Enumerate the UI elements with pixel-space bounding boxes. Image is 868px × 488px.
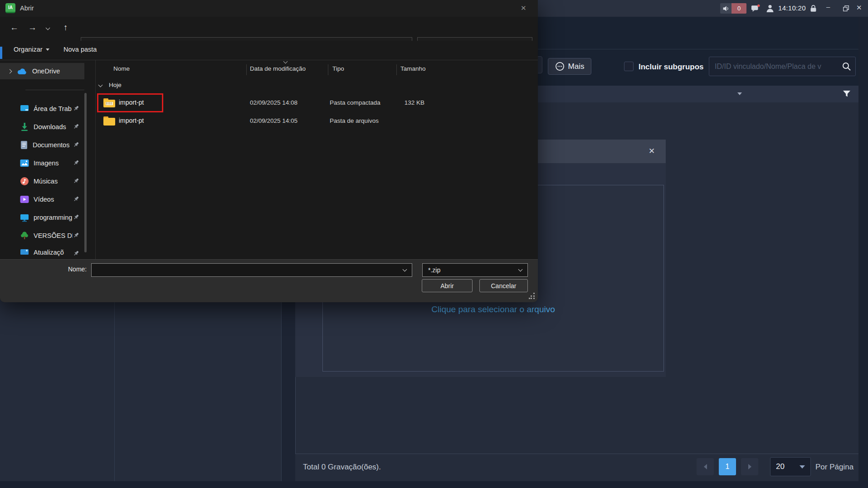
file-name: import-pt (119, 117, 144, 124)
file-row-folder[interactable]: import-pt 02/09/2025 14:05 Pasta de arqu… (95, 112, 531, 130)
sidebar-scrollbar[interactable] (84, 93, 87, 252)
sidebar-item-onedrive[interactable]: OneDrive (0, 63, 84, 79)
dialog-titlebar: IA Abrir ✕ (0, 0, 538, 17)
per-page-label: Por Página (815, 463, 853, 472)
new-folder-button[interactable]: Nova pasta (63, 46, 97, 53)
organize-caret-icon (46, 48, 49, 51)
folder-icon (103, 116, 115, 126)
file-modified: 02/09/2025 14:08 (250, 99, 297, 106)
pictures-icon (20, 159, 29, 167)
resize-grip[interactable] (529, 293, 535, 299)
sidebar-item-music[interactable]: Músicas (0, 173, 84, 189)
total-records-text: Total 0 Gravação(ões). (303, 463, 381, 472)
include-subgroups-checkbox[interactable] (624, 62, 634, 71)
sidebar-item-videos[interactable]: Vídeos (0, 191, 84, 208)
select-file-link[interactable]: Clique para selecionar o arquivo (322, 304, 664, 314)
sidebar-item-documents[interactable]: Documentos (0, 137, 84, 153)
next-page-button[interactable] (741, 458, 758, 475)
pin-icon (73, 123, 80, 130)
file-type: Pasta compactada (330, 99, 380, 106)
monitor-icon (20, 213, 29, 222)
combo-caret-icon[interactable] (403, 267, 407, 272)
sidebar-item-versoes[interactable]: VERSÕES DEI (0, 227, 84, 244)
open-file-dialog: IA Abrir ✕ ← → ↑ › Downloads › teste › M… (0, 0, 538, 302)
screen: 0 14:10:20 – ✕ Mais Incluir subgrupos Ce… (0, 0, 868, 488)
prev-page-button[interactable] (697, 458, 714, 475)
certificado-dropdown-caret[interactable] (737, 92, 742, 95)
column-modified[interactable]: Data de modificação (250, 65, 306, 72)
filter-icon[interactable] (842, 89, 852, 99)
file-type: Pasta de arquivos (330, 117, 379, 124)
download-icon (20, 122, 29, 131)
current-page-button[interactable]: 1 (719, 458, 736, 475)
clock: 14:10:20 (778, 4, 806, 12)
up-icon[interactable]: ↑ (63, 23, 68, 33)
column-type[interactable]: Tipo (332, 65, 344, 72)
group-collapse-icon[interactable] (98, 83, 103, 87)
sidebar-item-desktop[interactable]: Área de Trab (0, 101, 84, 117)
select-caret-icon (800, 465, 805, 469)
file-modified: 02/09/2025 14:05 (250, 117, 297, 124)
ellipsis-circle-icon (555, 62, 565, 71)
modal-close-icon[interactable]: ✕ (649, 146, 655, 156)
include-subgroups-label: Incluir subgrupos (639, 63, 704, 72)
organize-menu[interactable]: Organizar (14, 46, 49, 53)
filename-input[interactable] (93, 265, 395, 276)
dialog-toolbar: Organizar Nova pasta (0, 41, 538, 60)
filename-combo (91, 263, 412, 277)
more-button-label: Mais (568, 62, 585, 71)
close-button[interactable]: ✕ (856, 4, 862, 12)
notifications-icon[interactable] (751, 4, 760, 13)
minimize-button[interactable]: – (826, 3, 830, 10)
sidebar-item-atualizacoes[interactable]: Atualizaçõ (0, 246, 84, 259)
app-search-input[interactable] (709, 63, 842, 71)
sidebar-item-downloads[interactable]: Downloads (0, 119, 84, 135)
page-size-select[interactable]: 20 (770, 457, 811, 476)
select-caret-icon (518, 267, 523, 272)
monitor-icon (20, 248, 29, 257)
open-button[interactable]: Abrir (422, 279, 473, 292)
column-size[interactable]: Tamanho (400, 65, 426, 72)
dialog-close-icon[interactable]: ✕ (521, 4, 527, 12)
filename-label: Nome: (68, 266, 87, 273)
user-icon[interactable] (766, 4, 774, 13)
pin-icon (73, 177, 80, 184)
volume-badge: 0 (731, 3, 746, 14)
page-size-value: 20 (776, 462, 785, 471)
accent-strip (0, 47, 2, 59)
restore-button[interactable] (843, 5, 849, 12)
dialog-nav-bar: ← → ↑ › Downloads › teste › Modelo de im… (0, 17, 538, 41)
speaker-icon (722, 5, 730, 12)
recent-locations-icon[interactable] (46, 26, 50, 30)
cancel-button[interactable]: Cancelar (479, 279, 528, 292)
pin-icon (73, 159, 80, 166)
app-logo-icon: IA (5, 3, 15, 13)
next-arrow-icon (748, 464, 751, 469)
pin-icon (73, 105, 80, 112)
sidebar-item-pictures[interactable]: Imagens (0, 155, 84, 171)
document-icon (20, 140, 28, 150)
onedrive-cloud-icon (17, 68, 27, 75)
group-label[interactable]: Hoje (109, 82, 122, 88)
music-icon (20, 177, 29, 186)
lock-icon (809, 4, 817, 13)
tree-icon (20, 231, 29, 240)
prev-arrow-icon (704, 464, 707, 469)
column-name[interactable]: Nome (113, 65, 130, 72)
filetype-value: *.zip (428, 266, 440, 274)
filetype-select[interactable]: *.zip (422, 263, 528, 277)
more-button[interactable]: Mais (548, 58, 591, 75)
dialog-title: Abrir (20, 5, 34, 12)
sidebar-item-programming[interactable]: programming (0, 209, 84, 226)
pin-icon (73, 213, 80, 221)
file-size: 132 KB (390, 99, 424, 106)
pin-icon (73, 141, 80, 148)
pin-icon (73, 195, 80, 203)
back-icon[interactable]: ← (10, 23, 19, 33)
search-icon[interactable] (842, 62, 852, 72)
volume-button[interactable] (720, 3, 731, 14)
forward-icon[interactable]: → (28, 23, 37, 33)
annotation-highlight-box (97, 93, 163, 112)
expand-chevron-icon (8, 69, 12, 73)
app-search-box (709, 57, 856, 76)
